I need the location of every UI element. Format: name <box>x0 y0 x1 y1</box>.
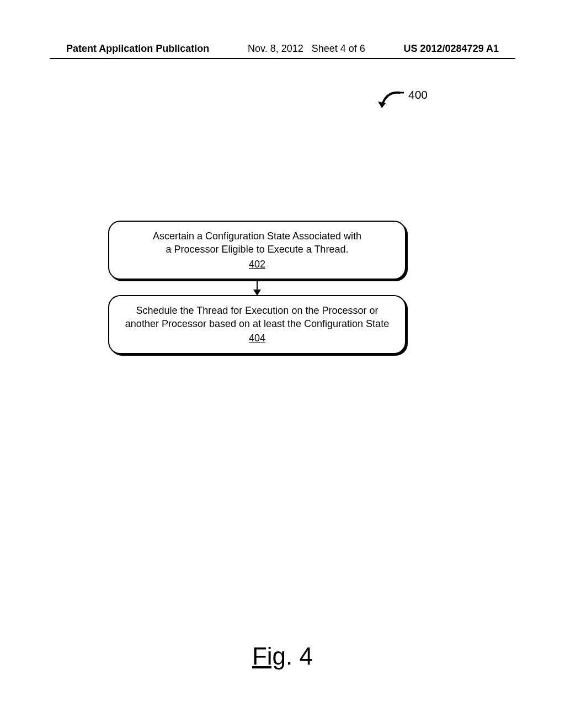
flowchart-box-402-ref: 402 <box>249 258 265 271</box>
figure-caption-prefix: Fig <box>252 643 286 670</box>
figure-caption: Fig. 4 <box>0 643 565 670</box>
flowchart-box-402-line1: Ascertain a Configuration State Associat… <box>120 229 394 243</box>
flowchart-container: Ascertain a Configuration State Associat… <box>108 221 406 354</box>
flowchart-box-404-ref: 404 <box>249 331 265 345</box>
figure-ref-label: 400 <box>408 88 428 101</box>
figure-caption-suffix: . 4 <box>286 643 313 670</box>
flowchart-box-402: Ascertain a Configuration State Associat… <box>108 221 406 280</box>
header-sheet: Sheet 4 of 6 <box>312 43 365 54</box>
header-date: Nov. 8, 2012 <box>248 43 303 54</box>
flowchart-box-402-line2: a Processor Eligible to Execute a Thread… <box>120 243 394 256</box>
svg-marker-0 <box>378 101 386 108</box>
flowchart-arrow-down-icon <box>257 280 258 295</box>
header-right-text: US 2012/0284729 A1 <box>404 43 499 55</box>
flowchart-box-404-line2: another Processor based on at least the … <box>120 317 394 330</box>
header-divider-line <box>50 58 515 59</box>
curved-arrow-icon <box>375 88 406 113</box>
flowchart-box-404-line1: Schedule the Thread for Execution on the… <box>120 304 394 317</box>
header-left-text: Patent Application Publication <box>66 43 209 55</box>
figure-reference-pointer: 400 <box>375 88 441 113</box>
page-header: Patent Application Publication Nov. 8, 2… <box>0 43 565 55</box>
flowchart-box-404: Schedule the Thread for Execution on the… <box>108 295 406 354</box>
header-center-text: Nov. 8, 2012 Sheet 4 of 6 <box>248 43 365 55</box>
